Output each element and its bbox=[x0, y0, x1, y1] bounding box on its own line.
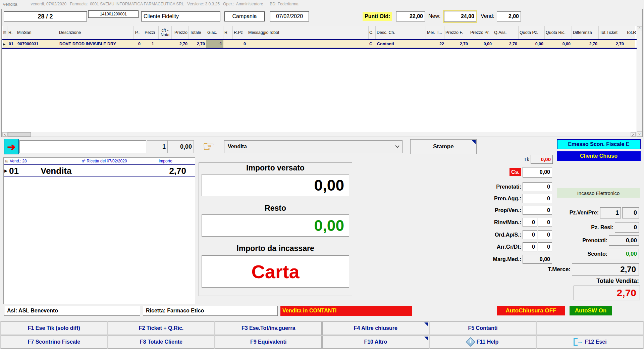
f3-button[interactable]: F3 Ese.Tot/inv.guerra bbox=[215, 321, 322, 335]
cell-totale: 2,70 bbox=[189, 40, 206, 48]
cell-ct-nota bbox=[159, 40, 172, 48]
grid-header-row: ⊞ R. MinSan Descrizione P.. Pezzi c/t - … bbox=[3, 26, 635, 39]
titlebar: Vendita venerdì, 07/02/2020 Farmacia: 00… bbox=[0, 0, 644, 8]
importo-versato-field[interactable]: 0,00 bbox=[202, 174, 349, 196]
grid-col-prezzo[interactable]: Prezzo bbox=[172, 26, 189, 39]
qty-display: 1 bbox=[147, 140, 168, 153]
f12-button[interactable]: > → F12 Esci bbox=[537, 336, 643, 349]
f5-button[interactable]: F5 Contanti bbox=[430, 321, 536, 335]
grid-col-quota-pz[interactable]: Quota Pz. bbox=[519, 26, 545, 39]
pren-agg-field[interactable]: 0 bbox=[523, 194, 552, 203]
grid-col-ct-nota[interactable]: c/t - Nota bbox=[159, 26, 172, 39]
grid-col-prezzo-f[interactable]: Prezzo F. bbox=[444, 26, 469, 39]
f2-button[interactable]: F2 Ticket + Q.Ric. bbox=[108, 321, 215, 335]
receipt-row[interactable]: ▶ 01 Vendita 2,70 bbox=[4, 165, 195, 177]
grid-expand-all-icon[interactable]: ⊞ bbox=[3, 26, 7, 39]
scroll-left-icon[interactable]: < bbox=[3, 132, 8, 137]
cell-rpz: 0 bbox=[233, 40, 247, 48]
cell-qass: 2,70 bbox=[493, 40, 519, 48]
f7-button[interactable]: F7 Scontrino Fiscale bbox=[1, 336, 107, 349]
rinv-man-row: Rinv/Man.: 0 0 bbox=[453, 218, 552, 227]
grid-col-rpz[interactable]: R.Pz bbox=[233, 26, 247, 39]
grid-col-differenza[interactable]: Differenza bbox=[572, 26, 599, 39]
prop-ven-label: Prop/Ven.: bbox=[495, 207, 521, 213]
cell-pezzi: 1 bbox=[141, 40, 159, 48]
autosw-toggle[interactable]: AutoSW On bbox=[570, 306, 612, 315]
enter-item-button[interactable]: ➔ bbox=[4, 139, 19, 154]
importo-versato-value: 0,00 bbox=[314, 176, 349, 194]
grid-col-prezzo-pr[interactable]: Prezzo Pr. bbox=[469, 26, 493, 39]
punti-new-field[interactable]: 24,00 bbox=[444, 11, 476, 22]
rinv-field[interactable]: 0 bbox=[523, 218, 537, 227]
hscroll-thumb[interactable] bbox=[8, 132, 31, 137]
f1-button[interactable]: F1 Ese Tik (solo diff) bbox=[1, 321, 107, 335]
grid-col-r2[interactable]: R bbox=[223, 26, 233, 39]
pz-resi-label: Pz. Resi: bbox=[591, 225, 613, 231]
importo-da-incassare-label: Importo da incassare bbox=[199, 244, 352, 253]
pz-ven-pre-row: Pz.Ven/Pre: 1 0 bbox=[543, 207, 639, 218]
f11-button[interactable]: i F11 Help bbox=[430, 336, 536, 349]
receipt-vend-label: Vend.: 28 bbox=[10, 159, 50, 163]
product-search-input[interactable] bbox=[19, 140, 146, 153]
ord-ap-s-row: Ord.Ap/S.: 0 0 bbox=[453, 230, 552, 239]
grid-col-messaggio[interactable]: Messaggio robot bbox=[247, 26, 369, 39]
receipt-row-number: 01 bbox=[9, 166, 35, 176]
grid-col-minsan[interactable]: MinSan bbox=[16, 26, 58, 39]
f9-button[interactable]: F9 Equivalenti bbox=[215, 336, 322, 349]
grid-col-p[interactable]: P.. bbox=[134, 26, 141, 39]
grid-col-quota-ric[interactable]: Quota Ric. bbox=[545, 26, 572, 39]
grid-col-c[interactable]: C. bbox=[369, 26, 376, 39]
grid-col-desc-ch[interactable]: Desc. Ch. bbox=[376, 26, 426, 39]
grid-col-pezzi[interactable]: Pezzi bbox=[141, 26, 159, 39]
region-box: Campania bbox=[224, 11, 265, 21]
grid-col-mer[interactable]: Mer. bbox=[426, 26, 437, 39]
sale-type-dropdown[interactable]: Vendita bbox=[224, 140, 402, 153]
pz-ven-field: 1 bbox=[600, 207, 621, 218]
grid-col-giac[interactable]: Giac. bbox=[206, 26, 223, 39]
grid-vscrollbar[interactable]: ^ v bbox=[637, 26, 642, 137]
fidelity-code-box: 141001200001 bbox=[88, 10, 139, 18]
cell-c: C bbox=[369, 40, 376, 48]
vendita-window: Vendita venerdì, 07/02/2020 Farmacia: 00… bbox=[0, 0, 644, 349]
f10-button[interactable]: F10 Altro bbox=[322, 336, 429, 349]
prenotati-right-field: 0,00 bbox=[609, 235, 639, 246]
resto-value: 0,00 bbox=[314, 216, 349, 235]
prenotati-right-label: Prenotati: bbox=[582, 238, 607, 244]
cell-p: 0 bbox=[134, 40, 141, 48]
incasso-elettronico-status: Incasso Elettronico bbox=[557, 188, 640, 198]
grid-col-r[interactable]: R. bbox=[7, 26, 16, 39]
grid-col-descrizione[interactable]: Descrizione bbox=[58, 26, 134, 39]
cell-tot-ticket: 2,70 bbox=[599, 40, 625, 48]
stampe-button[interactable]: Stampe bbox=[410, 139, 477, 154]
grid-col-tot-r[interactable]: Tot.R bbox=[625, 26, 635, 39]
grid-hscrollbar[interactable]: < > bbox=[2, 132, 636, 137]
scroll-right-icon[interactable]: > bbox=[631, 132, 636, 137]
hand-pointer-icon[interactable]: ☞ bbox=[200, 138, 217, 154]
punti-vend-field[interactable]: 2,00 bbox=[497, 11, 521, 21]
grid-col-qass[interactable]: Q.Ass. bbox=[493, 26, 519, 39]
amount-display: 0,00 bbox=[168, 140, 194, 153]
grid-data-row[interactable]: ▶ 01 907900031 DOVE DEOD INVISIBLE DRY 0… bbox=[3, 40, 635, 48]
punti-old-label: Punti Old: bbox=[363, 12, 392, 21]
punti-vend-label: Vend: bbox=[481, 13, 494, 19]
receipt-expand-icon[interactable]: ⊞ bbox=[4, 159, 10, 163]
f6-button-empty bbox=[537, 321, 643, 335]
f4-button[interactable]: F4 Altre chiusure bbox=[322, 321, 429, 335]
grid-col-tot-ticket[interactable]: Tot.Ticket bbox=[599, 26, 625, 39]
f8-button[interactable]: F8 Totale Cliente bbox=[108, 336, 215, 349]
autochiusura-toggle[interactable]: AutoChiusura OFF bbox=[497, 306, 565, 315]
prenotati-field[interactable]: 0 bbox=[523, 182, 552, 191]
arr-gr-field[interactable]: 0 bbox=[523, 242, 537, 251]
f12-label: F12 Esci bbox=[585, 339, 607, 345]
grid-col-totale[interactable]: Totale bbox=[189, 26, 206, 39]
cell-prezzo-pr: 0,00 bbox=[469, 40, 493, 48]
cs-field[interactable]: 0,00 bbox=[523, 167, 552, 178]
punti-old-field[interactable]: 22,00 bbox=[396, 11, 425, 21]
importo-versato-label: Importo versato bbox=[199, 163, 352, 172]
prenotati-row: Prenotati: 0 bbox=[453, 182, 552, 191]
scroll-down-icon[interactable]: v bbox=[637, 131, 642, 136]
grid-col-i[interactable]: I... bbox=[437, 26, 444, 39]
scroll-up-icon[interactable]: ^ bbox=[637, 26, 642, 31]
ord-ap-field[interactable]: 0 bbox=[523, 230, 537, 239]
cell-minsan: 907900031 bbox=[16, 40, 58, 48]
